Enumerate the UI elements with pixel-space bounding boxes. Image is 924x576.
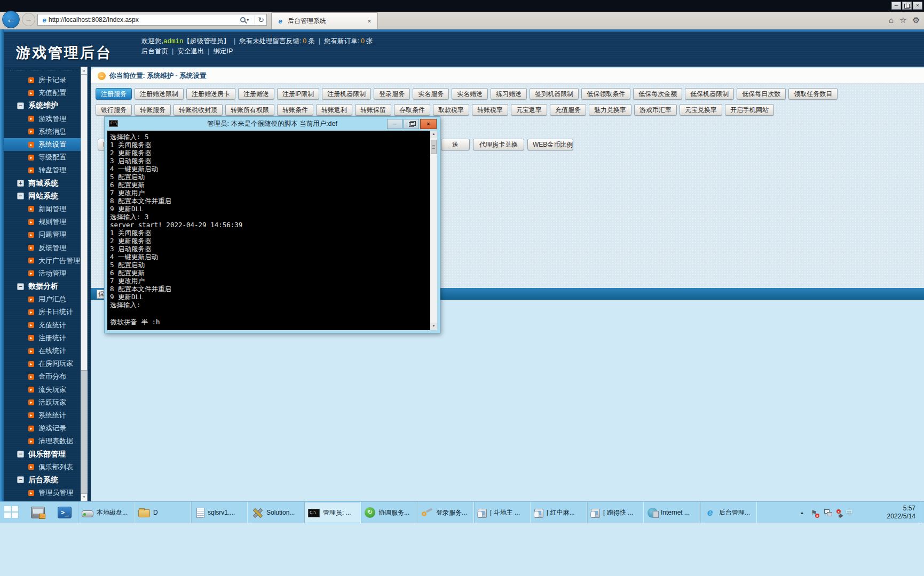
taskbar-item[interactable]: [ 跑得快 ... (587, 502, 644, 523)
config-button[interactable]: 注册IP限制 (277, 88, 319, 100)
powershell-icon[interactable]: >_ (58, 507, 72, 518)
scroll-down-icon[interactable]: ▼ (81, 493, 88, 501)
sidebar-item[interactable]: ►金币分布 (4, 370, 81, 383)
sidebar-item[interactable]: ►系统消息 (4, 125, 81, 138)
config-button[interactable]: 注册赠送 (238, 88, 274, 100)
config-button[interactable]: 开启手机网站 (725, 104, 774, 116)
config-button[interactable]: 低保机器限制 (685, 88, 734, 100)
sidebar-item[interactable]: ►管理员管理 (4, 486, 81, 499)
config-button[interactable]: 实名赠送 (452, 88, 488, 100)
sidebar-item[interactable]: ►在房间玩家 (4, 357, 81, 370)
sidebar-item[interactable]: ►清理表数据 (4, 435, 81, 447)
start-button[interactable] (4, 506, 19, 519)
taskbar-item[interactable]: [ 斗地主 ... (474, 502, 531, 523)
header-link[interactable]: 绑定IP (214, 46, 233, 57)
config-button[interactable]: 注册服务 (96, 88, 132, 100)
sidebar-item[interactable]: ►游戏记录 (4, 422, 81, 435)
config-button[interactable]: 取款税率 (433, 104, 469, 116)
sidebar-item[interactable]: ►流失玩家 (4, 383, 81, 396)
cmd-maximize-button[interactable] (404, 119, 419, 129)
collapse-icon[interactable]: − (17, 193, 24, 199)
sidebar-item[interactable]: ►房卡日统计 (4, 306, 81, 318)
taskbar-item[interactable]: 本地磁盘... (78, 502, 135, 523)
config-button[interactable]: 代理房卡兑换 (473, 139, 524, 150)
config-button[interactable]: 转账条件 (277, 104, 313, 116)
close-button[interactable]: × (913, 2, 922, 10)
collapse-icon[interactable]: − (17, 283, 24, 290)
scrollbar-thumb[interactable] (431, 140, 437, 154)
sidebar-item[interactable]: ►反馈管理 (4, 241, 81, 254)
taskbar-item[interactable]: e后台管理... (700, 502, 757, 523)
config-button[interactable]: 送 (441, 139, 470, 150)
sidebar-item[interactable]: ►大厅广告管理 (4, 254, 81, 267)
config-button[interactable]: 转账税率 (472, 104, 508, 116)
sidebar-item[interactable]: ►充值统计 (4, 319, 81, 332)
sidebar-item[interactable]: ►注册统计 (4, 332, 81, 345)
sidebar-item[interactable]: ►等级配置 (4, 151, 81, 164)
back-button[interactable]: ← (2, 11, 20, 28)
minimize-button[interactable]: ─ (891, 2, 901, 10)
config-button[interactable]: 转账所有权限 (225, 104, 274, 116)
collapse-icon[interactable]: − (17, 102, 24, 109)
sidebar-item[interactable]: ►充值配置 (4, 86, 81, 99)
sidebar-item[interactable]: −后台系统 (4, 474, 81, 486)
restore-button[interactable] (902, 2, 912, 10)
scroll-up-icon[interactable]: ▲ (430, 131, 437, 138)
home-icon[interactable]: ⌂ (889, 15, 894, 25)
config-button[interactable]: 充值服务 (550, 104, 586, 116)
sidebar-item[interactable]: ►活动管理 (4, 267, 81, 280)
forward-button[interactable]: → (22, 13, 35, 26)
config-button[interactable]: 转账返利 (316, 104, 352, 116)
action-center-flag-icon[interactable]: ⚑x (811, 509, 817, 517)
scroll-up-icon[interactable]: ▲ (81, 67, 88, 75)
collapse-icon[interactable]: − (17, 476, 24, 483)
sidebar-item[interactable]: ►问题管理 (4, 228, 81, 241)
cmd-window[interactable]: C:\ 管理员: 本来是个很随便的脚本 当前用户:def ─ × 选择输入: 5… (104, 116, 440, 333)
config-button[interactable]: 转账税收封顶 (173, 104, 223, 116)
scroll-down-icon[interactable]: ▼ (430, 323, 437, 330)
cmd-scrollbar[interactable]: ▲ ▼ (430, 131, 437, 330)
browser-tab[interactable]: e 后台管理系统 × (271, 12, 378, 29)
taskbar-item[interactable]: Solution... (248, 502, 304, 523)
sidebar-item[interactable]: −系统维护 (4, 99, 81, 112)
config-button[interactable]: 银行服务 (96, 104, 132, 116)
config-button[interactable]: 低保每日次数 (737, 88, 786, 100)
cmd-console[interactable]: 选择输入: 5 1 关闭服务器 2 更新服务器 3 启动服务器 4 一键更新启动… (107, 131, 437, 330)
expand-icon[interactable]: + (17, 180, 24, 187)
config-button[interactable]: WEB金币比例 (527, 139, 573, 150)
taskbar-item[interactable]: 登录服务... (417, 502, 474, 523)
config-button[interactable]: 元宝兑换率 (680, 104, 722, 116)
taskbar-item[interactable]: Internet ... (644, 502, 700, 523)
ime-language-icon[interactable]: 中 (846, 508, 852, 517)
cmd-minimize-button[interactable]: ─ (387, 119, 402, 129)
url-text[interactable]: http://localhost:8082/Index.aspx (49, 16, 240, 23)
sidebar-item[interactable]: ►在线统计 (4, 345, 81, 357)
sidebar-item[interactable]: ►俱乐部列表 (4, 461, 81, 474)
taskbar-item[interactable]: D (135, 502, 191, 523)
scrollbar-thumb[interactable] (81, 75, 88, 371)
sidebar-item[interactable]: ►转盘管理 (4, 164, 81, 177)
config-button[interactable]: 登录服务 (374, 88, 410, 100)
sidebar-item[interactable]: +商城系统 (4, 177, 81, 190)
config-button[interactable]: 存取条件 (394, 104, 430, 116)
network-icon[interactable] (824, 509, 832, 516)
tab-close-icon[interactable]: × (366, 18, 373, 25)
sidebar-item[interactable]: ►系统设置 (4, 138, 81, 151)
sidebar-item[interactable]: ►规则管理 (4, 215, 81, 228)
sidebar-item[interactable]: −俱乐部管理 (4, 447, 81, 460)
config-button[interactable]: 注册机器限制 (322, 88, 371, 100)
collapse-icon[interactable]: − (17, 451, 24, 458)
sidebar-scrollbar[interactable]: ▲ ▼ (81, 67, 88, 501)
gear-icon[interactable]: ⚙ (913, 15, 920, 25)
partial-button[interactable]: 保 (97, 290, 104, 299)
config-button[interactable]: 魅力兑换率 (589, 104, 631, 116)
config-button[interactable]: 元宝返率 (511, 104, 547, 116)
header-link[interactable]: 后台首页 (141, 46, 168, 57)
server-manager-icon[interactable] (31, 507, 45, 518)
show-desktop-button[interactable] (920, 502, 924, 523)
config-button[interactable]: 转账服务 (135, 104, 171, 116)
star-icon[interactable]: ☆ (899, 15, 906, 25)
taskbar-item[interactable]: ↻协调服务... (361, 502, 417, 523)
config-button[interactable]: 实名服务 (413, 88, 449, 100)
config-button[interactable]: 签到机器限制 (530, 88, 579, 100)
